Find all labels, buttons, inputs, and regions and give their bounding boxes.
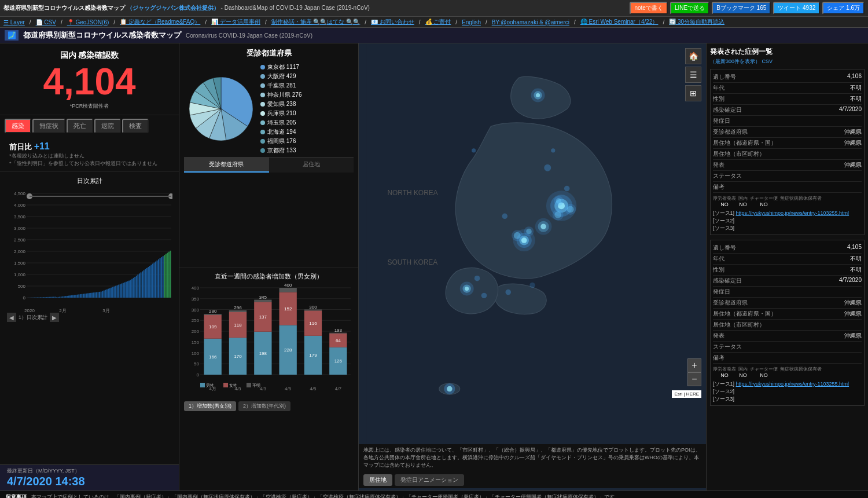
- map-tab-residence[interactable]: 居住地: [363, 474, 392, 486]
- svg-point-37: [481, 293, 487, 299]
- top-bar-right: noteで書く LINEで送る Bブックマーク 165 ツイート 4932 シェ…: [630, 2, 865, 14]
- data-usage-link[interactable]: 📊 データ活用事例: [211, 18, 260, 26]
- japan-map-svg: NORTH KOREA SOUTH KOREA: [359, 43, 706, 444]
- map-controls: 🏠 ☰ ⊞: [685, 48, 701, 101]
- csv-link[interactable]: 📄 CSV: [36, 19, 56, 25]
- svg-point-24: [554, 211, 561, 218]
- case-row-id-4105: 遺し番号 4,105: [713, 243, 862, 254]
- pie-dot: [260, 102, 265, 107]
- bookmark-button[interactable]: Bブックマーク 165: [712, 2, 771, 14]
- esri-link[interactable]: 🌐 Esri Web Seminar（4/22）: [580, 18, 659, 26]
- pie-dot: [260, 111, 265, 116]
- pie-dot: [260, 83, 265, 88]
- case-status-row-4106: 厚労省発表 NO 国内 NO チャーター便 NO 無症状病原体保有者: [713, 195, 862, 207]
- svg-point-34: [564, 186, 570, 192]
- title-bar: 🗾 都道府県別新型コロナウイルス感染者数マップ Coronavirus COVI…: [0, 28, 868, 43]
- svg-point-40: [472, 148, 476, 152]
- tab-infection[interactable]: 感染: [5, 119, 31, 133]
- svg-point-32: [447, 386, 453, 392]
- prev-day-note2: *「陰性判明日」を参照しており公表日や報道日ではありません: [9, 160, 170, 167]
- bar-chart-tab-age[interactable]: 2）増加数(年代別): [238, 401, 290, 411]
- pie-box: 受診都道府県 東京都 1117大阪府 429千葉県 281神奈川県 276愛知県…: [179, 43, 358, 268]
- note-button[interactable]: noteで書く: [630, 2, 667, 14]
- bar-chart-canvas: [184, 283, 352, 393]
- pie-legend-item: 千葉県 281: [260, 82, 301, 90]
- daily-chart-wrapper: ◀ 1）日次累計 ▶: [5, 188, 174, 327]
- daily-chart-box: 日次累計 ◀ 1）日次累計 ▶: [0, 172, 179, 464]
- map-home-btn[interactable]: 🏠: [685, 48, 701, 64]
- cases-csv-link[interactable]: CSV: [762, 58, 773, 64]
- case-card-4105: 遺し番号 4,105 年代 不明 性別 不明 感染確定日 4/7/2020 発症…: [710, 240, 865, 406]
- svg-point-33: [544, 164, 551, 171]
- svg-point-41: [551, 148, 555, 152]
- pie-dot: [260, 74, 265, 79]
- donate-link[interactable]: 💰 ご寄付: [425, 18, 451, 26]
- map-zoom-controls: + −: [687, 358, 701, 386]
- case-source3-4106: [ソース3]: [713, 225, 862, 232]
- infection-number: 4,104: [9, 63, 170, 100]
- auto-reload-link[interactable]: 🔄 30分毎自動再読込: [669, 18, 724, 26]
- pie-legend-item: 愛知県 238: [260, 100, 301, 108]
- prev-day-title: 前日比 +11: [9, 141, 170, 152]
- map-tab-row: 居住地 発症日アニメーション: [359, 472, 706, 488]
- pie-title: 受診都道府県: [184, 48, 354, 58]
- pie-tab-prefecture[interactable]: 受診都道府県: [184, 158, 269, 173]
- middle-panel: 受診都道府県 東京都 1117大阪府 429千葉県 281神奈川県 276愛知県…: [179, 43, 359, 490]
- pie-dot: [260, 139, 265, 144]
- map-list-btn[interactable]: ☰: [685, 67, 701, 83]
- bar-chart-tab-row: 1）増加数(男女別) 2）増加数(年代別): [184, 401, 354, 411]
- svg-point-30: [526, 229, 532, 235]
- pie-dot: [260, 120, 265, 125]
- english-link[interactable]: English: [462, 19, 481, 25]
- page-title-sub: Coronavirus COVID-19 Japan Case (2019-nC…: [186, 32, 312, 39]
- chart-next-btn[interactable]: ▶: [50, 313, 59, 322]
- case-source1-4106: [ソース1] https://ryukyushimpo.jp/news/entr…: [713, 210, 862, 217]
- contact-link[interactable]: 📧 お問い合わせ: [371, 18, 414, 26]
- pie-and-legend: 東京都 1117大阪府 429千葉県 281神奈川県 276愛知県 238兵庫県…: [184, 61, 354, 157]
- pie-legend-item: 東京都 1117: [260, 63, 301, 71]
- pie-legend-item: 大阪府 429: [260, 72, 301, 80]
- geojson-link[interactable]: 📍 GeoJSON(6): [67, 19, 109, 25]
- infection-tab-row: 感染 無症状 死亡 退院 検査: [0, 115, 179, 137]
- second-bar: ☰ Layer / 📄 CSV / 📍 GeoJSON(6) / 📋 定義など（…: [0, 17, 868, 28]
- pie-dot: [260, 65, 265, 69]
- top-bar-title: 都道府県別新型コロナウイルス感染者数マップ （ジャッグジャパン株式会社提供） -…: [3, 4, 370, 12]
- pie-legend: 東京都 1117大阪府 429千葉県 281神奈川県 276愛知県 238兵庫県…: [260, 63, 301, 155]
- tab-discharged[interactable]: 退院: [94, 119, 121, 133]
- zoom-out-btn[interactable]: −: [687, 372, 701, 386]
- zoom-in-btn[interactable]: +: [687, 358, 701, 372]
- bar-chart-tab-gender[interactable]: 1）増加数(男女別): [184, 401, 236, 411]
- tab-asymptomatic[interactable]: 無症状: [32, 119, 65, 133]
- svg-text:NORTH KOREA: NORTH KOREA: [387, 189, 437, 197]
- case-source3-4105: [ソース3]: [713, 396, 862, 403]
- secret-link[interactable]: 制作秘話・施産 🔍🔍はてな 🔍🔍: [271, 18, 361, 26]
- tweet-button[interactable]: ツイート 4932: [773, 2, 820, 14]
- bottom-note-bar: 留意事項 本マップ上で症例としているのは、「国内事例（発症者）」「国内事例（無症…: [0, 490, 868, 498]
- bar-chart-title: 直近一週間の感染者増加数（男女別）: [184, 272, 354, 281]
- pie-tab-residence[interactable]: 居住地: [269, 158, 354, 173]
- bottom-note-title: 留意事項: [6, 493, 27, 498]
- case-source1-4105: [ソース1] https://ryukyushimpo.jp/news/entr…: [713, 380, 862, 388]
- svg-point-38: [505, 290, 511, 295]
- share-button[interactable]: シェア 1.6万: [822, 2, 865, 14]
- map-panel: NORTH KOREA SOUTH KOREA: [359, 43, 706, 490]
- chart-prev-btn[interactable]: ◀: [7, 313, 16, 322]
- tab-death[interactable]: 死亡: [67, 119, 93, 133]
- line-button[interactable]: LINEで送る: [670, 2, 709, 14]
- pie-legend-item: 北海道 194: [260, 128, 301, 136]
- by-link[interactable]: BY:@oohamazaki & @aimerci: [492, 19, 569, 25]
- svg-point-26: [514, 232, 521, 239]
- map-tab-animation[interactable]: 発症日アニメーション: [395, 474, 464, 486]
- tab-test[interactable]: 検査: [122, 119, 149, 133]
- readme-link[interactable]: 📋 定義など（Readme&FAQ）: [120, 18, 200, 26]
- daily-chart-title: 日次累計: [5, 177, 174, 185]
- cases-panel-subtitle: （最新300件を表示） CSV: [710, 58, 865, 65]
- esri-badge: Esri | HERE: [672, 390, 701, 398]
- title-icon: 🗾: [5, 30, 19, 41]
- layer-link[interactable]: ☰ Layer: [3, 19, 25, 25]
- cases-panel-title: 発表された症例一覧: [710, 47, 865, 57]
- bar-chart-box: 直近一週間の感染者増加数（男女別） 1）増加数(男女別) 2）増加数(年代別): [179, 268, 358, 491]
- prev-day-num: +11: [34, 141, 50, 151]
- map-grid-btn[interactable]: ⊞: [685, 85, 701, 101]
- top-bar: 都道府県別新型コロナウイルス感染者数マップ （ジャッグジャパン株式会社提供） -…: [0, 0, 868, 17]
